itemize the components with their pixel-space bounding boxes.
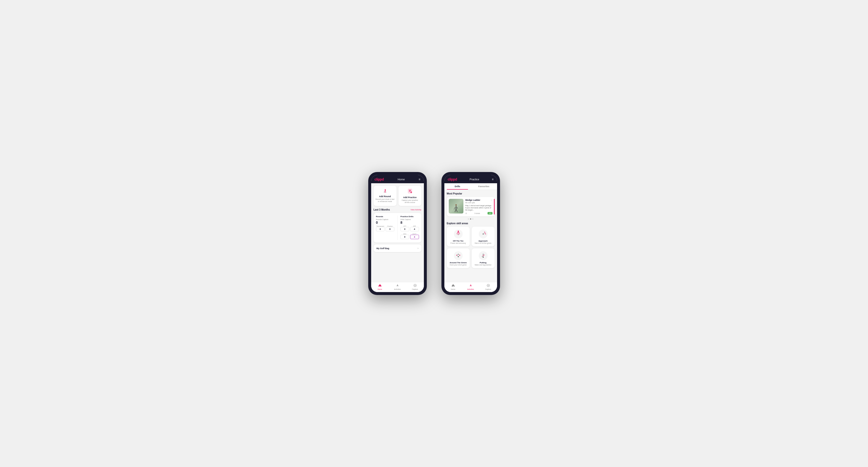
svg-line-17 [456, 207, 458, 208]
practice-value: 0 [385, 227, 394, 231]
app-stat: APP 4 [410, 225, 419, 232]
tournament-value: 0 [376, 227, 385, 231]
nav-capture[interactable]: Capture [406, 284, 424, 290]
view-activity-link[interactable]: View Activity [410, 209, 421, 211]
svg-point-52 [470, 284, 471, 285]
approach-icon [478, 229, 488, 240]
capture-nav-label: Capture [412, 288, 418, 290]
add-round-desc: Record your shots in fast or enhanced mo… [376, 198, 395, 203]
practice-capture-nav-label: Capture [485, 288, 491, 290]
svg-point-36 [454, 251, 463, 260]
arg-stat: ARG 0 [400, 233, 409, 240]
practice-bottom-nav: Home Activities Capture [444, 282, 497, 292]
home-header: clippd Home ≡ [371, 175, 424, 183]
rounds-section: Rounds Rounds Capture 0 Tournament 0 Pra… [376, 215, 395, 240]
practice-activities-nav-icon [469, 284, 472, 288]
add-practice-title: Add Practice [403, 196, 416, 198]
off-the-tee-desc: Power and accuracy [451, 242, 466, 244]
skill-off-the-tee[interactable]: Off The Tee Power and accuracy [447, 227, 470, 246]
svg-point-10 [397, 284, 398, 285]
approach-desc: Dial-in to hit the green [475, 242, 491, 244]
app-value: 4 [410, 227, 419, 231]
nav-home[interactable]: Home [371, 284, 389, 290]
practice-content: Most Popular [444, 190, 497, 282]
drill-range: 50-100 yds [465, 201, 493, 204]
around-the-green-name: Around The Green [450, 261, 467, 264]
drills-title: Practice Drills [400, 215, 419, 218]
rounds-sub-stats: Tournament 0 Practice 0 [376, 225, 395, 232]
putting-name: Putting [480, 261, 487, 264]
tournament-stat: Tournament 0 [376, 225, 385, 232]
golf-bag-card[interactable]: My Golf Bag › [374, 245, 422, 252]
tournament-label: Tournament [376, 225, 385, 227]
activities-nav-label: Activities [394, 288, 401, 290]
svg-text:+: + [411, 191, 411, 193]
drill-shots-icon: ⊙ [465, 212, 467, 215]
off-the-tee-icon [454, 229, 463, 240]
practice-nav-activities[interactable]: Activities [462, 284, 479, 290]
drill-image-bg [449, 199, 463, 214]
home-bottom-nav: Home Activities Capture [371, 282, 424, 292]
arg-value: 0 [400, 235, 409, 239]
tab-favourites-label: Favourites [478, 185, 490, 188]
ott-value: 0 [400, 227, 409, 231]
most-popular-title: Most Popular [447, 192, 495, 195]
drill-info: Wedge Ladder 50-100 yds Play 1 shot at e… [465, 199, 493, 215]
practice-nav-capture[interactable]: Capture [479, 284, 497, 290]
svg-point-51 [482, 256, 483, 257]
practice-inner: Most Popular [444, 190, 497, 271]
logo: clippd [375, 177, 384, 181]
svg-marker-2 [385, 189, 386, 191]
tab-favourites[interactable]: Favourites [471, 183, 497, 190]
rounds-capture-value: 0 [376, 221, 395, 224]
skill-around-the-green[interactable]: Around The Green Hone your short game [447, 248, 470, 268]
add-practice-card[interactable]: + Add Practice Capture your practice off… [399, 186, 422, 206]
golf-bag-chevron: › [417, 247, 418, 250]
golf-bag-title: My Golf Bag [376, 247, 390, 250]
practice-stat: Practice 0 [385, 225, 394, 232]
putting-icon [478, 251, 488, 261]
rounds-title: Rounds [376, 215, 395, 218]
practice-header-title: Practice [469, 178, 479, 181]
practice-capture-nav-icon [487, 284, 490, 288]
add-practice-icon: + [407, 188, 413, 195]
svg-point-27 [458, 230, 459, 231]
menu-icon[interactable]: ≡ [418, 178, 420, 181]
putting-desc: Make and lag practice [475, 264, 491, 266]
drills-section: Practice Drills Drills Capture 8 OTT 0 A… [400, 215, 419, 240]
phone-practice: clippd Practice ≡ Drills Favourites Most… [441, 172, 500, 295]
svg-line-16 [454, 207, 456, 208]
dot-3 [472, 218, 473, 220]
svg-point-3 [384, 191, 385, 192]
off-the-tee-name: Off The Tee [453, 240, 463, 242]
drill-shots: 9 shots [475, 213, 480, 214]
tab-drills[interactable]: Drills [444, 183, 471, 190]
svg-line-18 [455, 209, 456, 212]
svg-point-14 [455, 204, 457, 206]
activity-title: Last 3 Months [374, 208, 390, 211]
practice-menu-icon[interactable]: ≡ [492, 178, 493, 181]
drill-desc: Play 1 shot at each target yardage. If y… [465, 205, 493, 211]
practice-nav-home[interactable]: Home [444, 284, 462, 290]
action-cards: Add Round Record your shots in fast or e… [374, 186, 422, 206]
add-round-title: Add Round [379, 195, 391, 198]
drill-footer: ⊙ 9 shots APP [465, 212, 493, 215]
skill-putting[interactable]: Putting Make and lag practice [472, 248, 495, 268]
add-round-card[interactable]: Add Round Record your shots in fast or e… [374, 186, 397, 206]
golfer-illustration [453, 204, 460, 214]
putt-value: 4 [410, 235, 419, 239]
drills-capture-label: Drills Capture [400, 219, 419, 220]
home-nav-icon [378, 284, 382, 288]
svg-line-20 [454, 208, 458, 209]
home-content: Add Round Record your shots in fast or e… [371, 183, 424, 282]
practice-home-nav-label: Home [451, 288, 455, 290]
nav-activities[interactable]: Activities [389, 284, 406, 290]
svg-line-19 [456, 209, 457, 212]
drill-card-wedge-ladder[interactable]: Wedge Ladder 50-100 yds Play 1 shot at e… [447, 197, 495, 216]
putt-stat: PUTT 4 [410, 233, 419, 240]
drills-capture-value: 8 [400, 221, 419, 224]
stats-card: Rounds Rounds Capture 0 Tournament 0 Pra… [374, 213, 422, 243]
star-icon[interactable]: ☆ [491, 199, 493, 201]
drills-sub-stats-2: ARG 0 PUTT 4 [400, 233, 419, 240]
skill-approach[interactable]: Approach Dial-in to hit the green [472, 227, 495, 246]
